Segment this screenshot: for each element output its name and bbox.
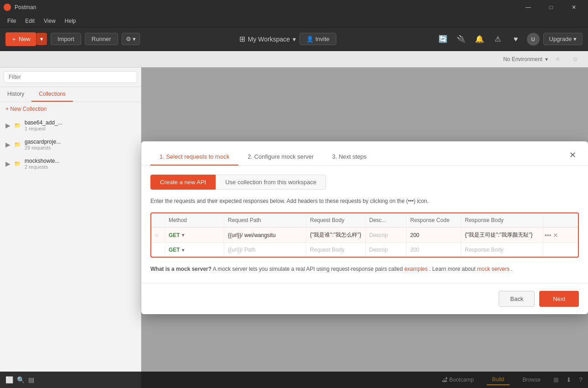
menu-file[interactable]: File bbox=[4, 16, 20, 26]
console-icon[interactable]: ▤ bbox=[28, 376, 34, 383]
chevron-down-icon: ▾ bbox=[545, 56, 548, 62]
chevron-down-icon: ▾ bbox=[293, 36, 296, 43]
next-button[interactable]: Next bbox=[539, 291, 579, 307]
modal-body: Create a new API Use collection from thi… bbox=[141, 166, 588, 283]
minimize-button[interactable]: — bbox=[518, 0, 539, 15]
title-bar: Postman — □ ✕ bbox=[0, 0, 588, 15]
folder-icon: ▶ bbox=[5, 160, 10, 167]
heart-icon[interactable]: ♥ bbox=[509, 32, 523, 47]
workspace-icon: ⊞ bbox=[239, 35, 245, 43]
sidebar: History Collections + New Collection ▶ 📁… bbox=[0, 67, 141, 388]
new-collection-button[interactable]: + New Collection bbox=[0, 102, 141, 116]
notifications-icon[interactable]: 🔔 bbox=[472, 32, 487, 47]
more-options-icon[interactable]: ••• bbox=[545, 232, 552, 239]
method-cell[interactable]: GET ▾ bbox=[165, 228, 224, 242]
sidebar-search-area bbox=[0, 67, 141, 87]
app-logo bbox=[4, 4, 11, 11]
toolbar: ＋ New ▾ Import Runner ⚙ ▾ ⊞ My Workspace… bbox=[0, 27, 588, 51]
window-controls: — □ ✕ bbox=[518, 0, 584, 15]
main-area: History Collections + New Collection ▶ 📁… bbox=[0, 67, 588, 388]
col-response: Response Body bbox=[461, 213, 543, 227]
drag-handle[interactable]: ≡ bbox=[151, 228, 165, 242]
col-path: Request Path bbox=[224, 213, 306, 227]
examples-link[interactable]: examples bbox=[404, 266, 428, 272]
body-cell[interactable]: {"我是谁":"我怎么样"} bbox=[306, 228, 366, 243]
method-dropdown-icon[interactable]: ▾ bbox=[182, 248, 184, 253]
create-new-api-tab[interactable]: Create a new API bbox=[150, 175, 216, 190]
avatar[interactable]: U bbox=[527, 33, 540, 46]
plus-icon: ＋ bbox=[11, 35, 17, 43]
sync-icon[interactable]: 🔄 bbox=[436, 32, 450, 47]
environment-selector[interactable]: No Environment ▾ 👁 ⚙ bbox=[503, 52, 583, 67]
eye-icon[interactable]: 👁 bbox=[551, 52, 565, 67]
path-cell[interactable]: {{url}}/ wei/wangsitu bbox=[224, 228, 306, 242]
menu-bar: File Edit View Help bbox=[0, 15, 588, 27]
folder-icon: ▶ bbox=[5, 141, 10, 148]
interceptor-icon[interactable]: 🔌 bbox=[454, 32, 469, 47]
runner-button[interactable]: Runner bbox=[85, 33, 118, 45]
code-cell[interactable]: 200 bbox=[407, 243, 461, 257]
body-cell[interactable]: Request Body bbox=[306, 243, 366, 257]
list-item[interactable]: ▶ 📁 gascardproje... 29 requests bbox=[0, 135, 141, 154]
app-title: Postman bbox=[15, 4, 36, 10]
response-cell[interactable]: {"我是王司徒":"我厚颜无耻"} bbox=[461, 228, 543, 243]
modal-tab-3[interactable]: 3. Next steps bbox=[323, 149, 376, 166]
delete-row-icon[interactable]: ✕ bbox=[553, 232, 558, 239]
table-header: Method Request Path Request Body Desc...… bbox=[151, 213, 578, 228]
menu-help[interactable]: Help bbox=[61, 16, 80, 26]
modal-actions: Back Next bbox=[141, 283, 588, 314]
code-cell[interactable]: 200 bbox=[407, 228, 461, 242]
chevron-down-icon: ▾ bbox=[573, 36, 577, 42]
desc-cell[interactable]: Descrip bbox=[366, 243, 407, 257]
modal-tabs: 1. Select requests to mock 2. Configure … bbox=[150, 149, 566, 165]
modal-tab-2[interactable]: 2. Configure mock server bbox=[238, 149, 323, 166]
alerts-icon[interactable]: ⚠ bbox=[490, 32, 505, 47]
folder-icon-2: 📁 bbox=[14, 122, 21, 129]
drag-handle[interactable] bbox=[151, 246, 165, 253]
folder-icon-4: 📁 bbox=[14, 160, 21, 167]
modal-overlay: 1. Select requests to mock 2. Configure … bbox=[141, 67, 588, 388]
table-row: ≡ GET ▾ {{url}}/ wei/wangsitu {"我是谁":"我怎… bbox=[151, 228, 578, 243]
workspace-switcher[interactable]: ⊞ My Workspace ▾ bbox=[239, 35, 296, 43]
list-item[interactable]: ▶ 📁 base64_add_... 1 request bbox=[0, 116, 141, 135]
top-bar: No Environment ▾ 👁 ⚙ bbox=[0, 51, 588, 67]
invite-button[interactable]: 👤 Invite bbox=[299, 33, 336, 45]
list-item[interactable]: ▶ 📁 mockshowte... 2 requests bbox=[0, 154, 141, 173]
method-value: GET bbox=[169, 247, 180, 253]
folder-icon: ▶ bbox=[5, 122, 10, 129]
modal-close-button[interactable]: ✕ bbox=[566, 149, 579, 161]
method-dropdown-icon[interactable]: ▾ bbox=[182, 233, 184, 238]
maximize-button[interactable]: □ bbox=[541, 0, 562, 15]
settings-icon[interactable]: ⚙ bbox=[568, 52, 583, 67]
search-input[interactable] bbox=[4, 71, 137, 83]
new-dropdown-button[interactable]: ▾ bbox=[36, 33, 47, 45]
upgrade-button[interactable]: Upgrade ▾ bbox=[543, 33, 583, 45]
response-cell[interactable]: Response Body bbox=[461, 243, 543, 257]
path-cell[interactable]: {{url}}/ Path bbox=[224, 243, 306, 257]
actions-cell bbox=[543, 246, 560, 253]
search-status-icon[interactable]: 🔍 bbox=[17, 376, 25, 383]
menu-edit[interactable]: Edit bbox=[21, 16, 38, 26]
new-button[interactable]: ＋ New bbox=[5, 32, 36, 46]
menu-view[interactable]: View bbox=[40, 16, 59, 26]
method-cell[interactable]: GET ▾ bbox=[165, 243, 224, 257]
desc-cell[interactable]: Descrip bbox=[366, 228, 407, 242]
request-table: Method Request Path Request Body Desc...… bbox=[150, 212, 579, 258]
sidebar-toggle-icon[interactable]: ⬜ bbox=[5, 376, 13, 383]
use-collection-tab[interactable]: Use collection from this workspace bbox=[216, 175, 326, 190]
sidebar-tabs: History Collections bbox=[0, 87, 141, 102]
api-button[interactable]: ⚙ ▾ bbox=[122, 33, 140, 45]
close-button[interactable]: ✕ bbox=[563, 0, 584, 15]
user-icon: 👤 bbox=[306, 36, 314, 42]
mock-server-info: What is a mock server? A mock server let… bbox=[150, 265, 579, 274]
col-code: Response Code bbox=[407, 213, 461, 227]
mock-servers-link[interactable]: mock servers bbox=[477, 266, 509, 272]
import-button[interactable]: Import bbox=[51, 33, 81, 45]
folder-icon-3: 📁 bbox=[14, 141, 21, 148]
back-button[interactable]: Back bbox=[499, 291, 535, 307]
modal-tab-1[interactable]: 1. Select requests to mock bbox=[150, 149, 238, 166]
sidebar-tab-collections[interactable]: Collections bbox=[31, 87, 73, 102]
method-value: GET bbox=[169, 232, 180, 238]
sidebar-tab-history[interactable]: History bbox=[0, 87, 31, 102]
col-method: Method bbox=[165, 213, 224, 227]
